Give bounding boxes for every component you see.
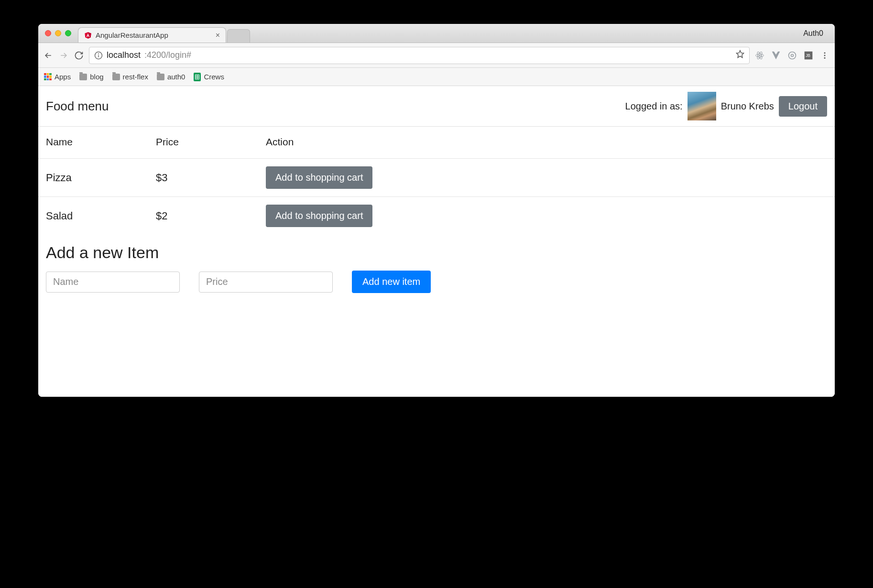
extension-icon[interactable] — [787, 50, 797, 61]
jetbrains-icon[interactable]: JB — [803, 50, 814, 61]
forward-button[interactable] — [58, 50, 69, 61]
folder-icon — [157, 74, 164, 80]
url-path: :4200/login# — [144, 50, 191, 60]
folder-icon — [112, 74, 120, 80]
name-input[interactable] — [46, 272, 180, 293]
reload-button[interactable] — [74, 50, 84, 61]
bookmark-folder[interactable]: auth0 — [157, 73, 186, 81]
bookmark-folder[interactable]: blog — [79, 73, 103, 81]
svg-point-2 — [98, 54, 99, 54]
add-item-form: Add new item — [46, 271, 827, 293]
site-info-icon[interactable] — [94, 51, 103, 60]
svg-text:JB: JB — [806, 53, 810, 58]
bookmark-label: rest-flex — [123, 73, 148, 81]
bookmark-folder[interactable]: rest-flex — [112, 73, 148, 81]
add-item-title: Add a new Item — [46, 243, 827, 262]
apps-label: Apps — [55, 73, 71, 81]
item-price: $3 — [148, 159, 258, 197]
svg-point-8 — [789, 52, 796, 59]
avatar — [687, 92, 716, 120]
url-host: localhost — [107, 50, 141, 60]
svg-point-14 — [824, 57, 826, 58]
add-to-cart-button[interactable]: Add to shopping cart — [266, 205, 372, 227]
price-input[interactable] — [199, 272, 333, 293]
address-bar[interactable]: localhost:4200/login# — [89, 47, 750, 64]
column-header-action: Action — [258, 127, 835, 159]
table-row: Pizza $3 Add to shopping cart — [38, 159, 835, 197]
item-name: Pizza — [38, 159, 148, 197]
bookmark-label: auth0 — [167, 73, 186, 81]
item-name: Salad — [38, 197, 148, 235]
browser-tab-active[interactable]: AngularRestaurantApp × — [78, 27, 226, 43]
column-header-price: Price — [148, 127, 258, 159]
browser-tab-inactive[interactable] — [227, 29, 250, 43]
close-window-button[interactable] — [45, 30, 51, 36]
menu-table: Name Price Action Pizza $3 Add to shoppi… — [38, 127, 835, 235]
menu-icon[interactable] — [819, 50, 830, 61]
extensions: JB — [754, 50, 830, 61]
logged-in-label: Logged in as: — [625, 101, 683, 112]
page-header: Food menu Logged in as: Bruno Krebs Logo… — [38, 86, 835, 127]
bookmark-label: Crews — [204, 73, 224, 81]
bookmark-label: blog — [90, 73, 103, 81]
apps-grid-icon — [44, 73, 52, 81]
page-content: Food menu Logged in as: Bruno Krebs Logo… — [38, 86, 835, 397]
tab-title: AngularRestaurantApp — [96, 31, 168, 39]
bookmark-item[interactable]: Crews — [194, 73, 224, 81]
add-item-section: Add a new Item Add new item — [38, 235, 835, 307]
logout-button[interactable]: Logout — [779, 96, 827, 117]
svg-point-13 — [824, 54, 826, 56]
svg-point-12 — [824, 52, 826, 54]
svg-point-7 — [759, 54, 761, 56]
close-tab-icon[interactable]: × — [216, 31, 220, 40]
window-controls — [45, 30, 71, 36]
item-price: $2 — [148, 197, 258, 235]
user-name: Bruno Krebs — [721, 101, 774, 112]
sheets-icon — [194, 73, 201, 81]
add-to-cart-button[interactable]: Add to shopping cart — [266, 166, 372, 189]
column-header-name: Name — [38, 127, 148, 159]
react-devtools-icon[interactable] — [754, 50, 765, 61]
maximize-window-button[interactable] — [65, 30, 71, 36]
user-area: Logged in as: Bruno Krebs Logout — [625, 92, 827, 120]
browser-window: AngularRestaurantApp × Auth0 localhost:4… — [38, 24, 835, 397]
bookmarks-bar: Apps blog rest-flex auth0 Crews — [38, 68, 835, 86]
tab-strip: AngularRestaurantApp × — [78, 24, 250, 43]
back-button[interactable] — [43, 50, 54, 61]
vue-devtools-icon[interactable] — [771, 50, 781, 61]
minimize-window-button[interactable] — [55, 30, 61, 36]
add-new-item-button[interactable]: Add new item — [352, 271, 431, 293]
folder-icon — [79, 74, 87, 80]
angular-icon — [84, 31, 92, 40]
browser-profile[interactable]: Auth0 — [803, 29, 828, 38]
titlebar: AngularRestaurantApp × Auth0 — [38, 24, 835, 43]
svg-marker-3 — [737, 51, 744, 58]
page-title: Food menu — [46, 99, 109, 114]
table-row: Salad $2 Add to shopping cart — [38, 197, 835, 235]
svg-point-9 — [791, 54, 794, 56]
apps-shortcut[interactable]: Apps — [44, 73, 71, 81]
table-header-row: Name Price Action — [38, 127, 835, 159]
browser-toolbar: localhost:4200/login# JB — [38, 43, 835, 68]
bookmark-star-icon[interactable] — [736, 50, 744, 61]
